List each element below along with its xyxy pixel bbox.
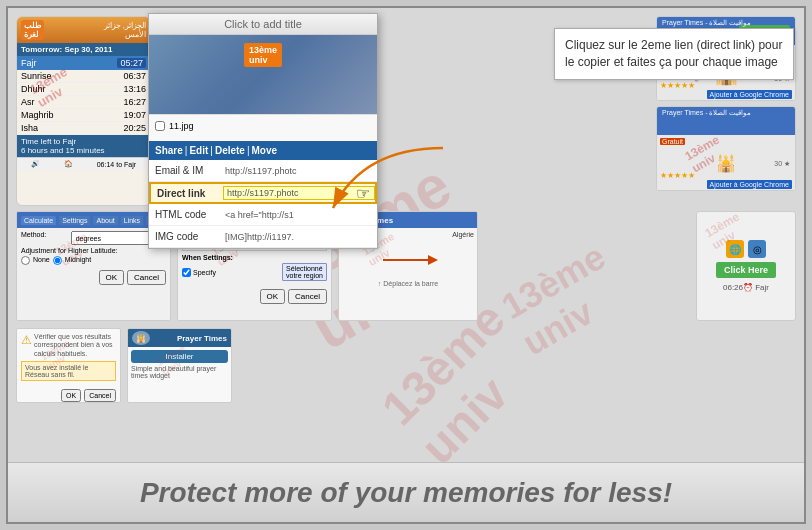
gratuit-badge-2: Gratuit — [660, 138, 685, 145]
add-chrome-btn-1[interactable]: Ajouter à Google Chrome — [707, 90, 792, 99]
prayer-fajr-row: Fajr 05:27 — [17, 56, 150, 70]
when-settings: When Settings: — [182, 254, 327, 261]
install-btn[interactable]: Installer — [131, 350, 228, 363]
bottom-banner: Protect more of your memories for less! — [8, 462, 804, 522]
calc-row-1: Method: degrees — [21, 231, 166, 245]
stars-2: ★★★★★ — [660, 171, 695, 180]
icon-chrome: ◎ — [748, 240, 766, 258]
bottom-bar-time: 06:14 to Fajr — [97, 161, 136, 168]
time-display-right: 06:26⏰ Fajr — [723, 283, 769, 292]
calc-cancel-btn[interactable]: Cancel — [127, 270, 166, 285]
prayer-dhuhr-row: Dhuhr 13:16 — [17, 83, 150, 96]
settings-ok-btn[interactable]: OK — [260, 289, 286, 304]
bottom-bar-icon-2: 🏠 — [64, 160, 73, 168]
prayer-fajr-time: 05:27 — [117, 58, 146, 68]
calc-adjust-label: Adjustment for Higher Latitude: — [21, 247, 166, 254]
dialog-title-text: Click to add title — [224, 18, 302, 30]
widget-date-bar: Tomorrow: Sep 30, 2011 — [17, 43, 150, 56]
move-action[interactable]: Move — [252, 145, 278, 156]
vertical-bar-label: ↑ Déplacez la barre — [342, 280, 474, 287]
tab-links: Links — [121, 216, 143, 225]
widget-header: طلبلغرة الجزائر, جزائرالأمس — [17, 17, 150, 43]
bottom-bar-icon-1: 🔊 — [31, 160, 40, 168]
specify-row: Specify Sélectionnévotre region — [182, 263, 327, 281]
install-desc: Simple and beautiful prayer times widget — [131, 365, 228, 379]
radio-none[interactable] — [21, 256, 30, 265]
dialog-image-inner: 13èmeuniv — [149, 35, 377, 114]
prayer-sunrise-row: Sunrise 06:37 — [17, 70, 150, 83]
orange-arrow-svg — [303, 128, 453, 248]
app-icon: 🕌 — [132, 331, 150, 345]
prayer-maghrib-time: 19:07 — [123, 110, 146, 120]
small-cancel-btn[interactable]: Cancel — [84, 389, 116, 402]
add-chrome-btn-2[interactable]: Ajouter à Google Chrome — [707, 180, 792, 189]
small-thumb-2: 🕌 Prayer Times Installer Simple and beau… — [127, 328, 232, 403]
svg-marker-2 — [428, 255, 438, 265]
action-separator-2: | — [210, 145, 213, 156]
prayer-sunrise-name: Sunrise — [21, 71, 52, 81]
selected-region: Sélectionnévotre region — [282, 263, 327, 281]
calc-btn-row: OK Cancel — [21, 270, 166, 285]
delete-action[interactable]: Delete — [215, 145, 245, 156]
bottom-thumbs-row: ⚠ Vérifier que vos résultats corresponde… — [8, 326, 804, 405]
small-thumb-2-header: 🕌 Prayer Times — [128, 329, 231, 347]
warning-icon: ⚠ — [21, 333, 32, 347]
small-thumb-1: ⚠ Vérifier que vos résultats corresponde… — [16, 328, 121, 403]
prayer-maghrib-name: Maghrib — [21, 110, 54, 120]
form-checkbox[interactable] — [155, 121, 165, 131]
form-filename: 11.jpg — [169, 121, 194, 131]
dialog-title-bar: Click to add title — [149, 14, 377, 35]
time-left-value: 6 hours and 15 minutes — [21, 146, 146, 155]
small-ok-btn[interactable]: OK — [61, 389, 81, 402]
calc-ok-btn[interactable]: OK — [99, 270, 125, 285]
direct-link-label: Direct link — [151, 185, 223, 202]
prayer-thumb-icon-2: 🕌 — [716, 154, 736, 173]
edit-action[interactable]: Edit — [189, 145, 208, 156]
icon-globe: 🌐 — [726, 240, 744, 258]
prayer-title-2: Prayer Times - مواقيت الصلاة — [662, 109, 751, 117]
small-thumb-1-btns: OK Cancel — [17, 387, 120, 403]
warning-text: Vérifier que vos résultats correspondent… — [34, 333, 116, 358]
html-code-label: HTML code — [149, 206, 221, 223]
action-separator-1: | — [185, 145, 188, 156]
calc-label: Method: — [21, 231, 68, 245]
right-arrow-svg — [378, 245, 438, 275]
prayer-isha-time: 20:25 — [123, 123, 146, 133]
tab-calculate: Calculate — [21, 216, 56, 225]
specify-checkbox[interactable] — [182, 268, 191, 277]
chrome-thumb-2-header: Prayer Times - مواقيت الصلاة — [657, 107, 795, 135]
app-title: Prayer Times — [177, 334, 227, 343]
share-action[interactable]: Share — [155, 145, 183, 156]
radio-midnight[interactable] — [53, 256, 62, 265]
settings-btn-row: OK Cancel — [182, 289, 327, 304]
click-here-btn-right[interactable]: Click Here — [716, 262, 776, 278]
callout-text: Cliquez sur le 2eme lien (direct link) p… — [565, 38, 782, 69]
radio-midnight-label: Midnight — [65, 256, 91, 265]
image-overlay-label: 13èmeuniv — [244, 43, 282, 67]
region-value: Algérie — [452, 231, 474, 238]
prayer-isha-name: Isha — [21, 123, 38, 133]
callout-box: Cliquez sur le 2eme lien (direct link) p… — [554, 28, 794, 80]
star-count-2: 30 ★ — [774, 160, 790, 168]
prayer-fajr-name: Fajr — [21, 58, 37, 68]
main-container: 13èmeuniv 13èmeuniv 13èmeuniv طلبلغرة ال… — [6, 6, 806, 524]
specify-label: Specify — [193, 269, 216, 276]
alert-box: Vous avez installé le Réseau sans fil. — [21, 361, 116, 381]
prayer-title-1: Prayer Times - مواقيت الصلاة — [662, 19, 751, 27]
chrome-extension-thumb-2: Prayer Times - مواقيت الصلاة Gratuit 🕌 ★… — [656, 106, 796, 191]
prayer-isha-row: Isha 20:25 — [17, 122, 150, 135]
bottom-banner-text: Protect more of your memories for less! — [140, 477, 672, 509]
prayer-dhuhr-name: Dhuhr — [21, 84, 46, 94]
settings-cancel-btn[interactable]: Cancel — [288, 289, 327, 304]
widget-orange-label: طلبلغرة — [21, 20, 44, 40]
stars-1: ★★★★★ — [660, 81, 695, 90]
calc-radio-row: None Midnight — [21, 256, 166, 265]
radio-none-label: None — [33, 256, 50, 265]
tab-settings: Settings — [59, 216, 90, 225]
widget-bottom-bar: 🔊 🏠 06:14 to Fajr — [17, 157, 150, 170]
content-area: طلبلغرة الجزائر, جزائرالأمس Tomorrow: Se… — [8, 8, 804, 462]
chrome-thumb-2-body: Gratuit 🕌 ★★★★★ 30 ★ Ajouter à Google Ch… — [657, 135, 795, 191]
small-thumb-1-content: ⚠ Vérifier que vos résultats corresponde… — [17, 329, 120, 387]
prayer-dhuhr-time: 13:16 — [123, 84, 146, 94]
action-separator-3: | — [247, 145, 250, 156]
